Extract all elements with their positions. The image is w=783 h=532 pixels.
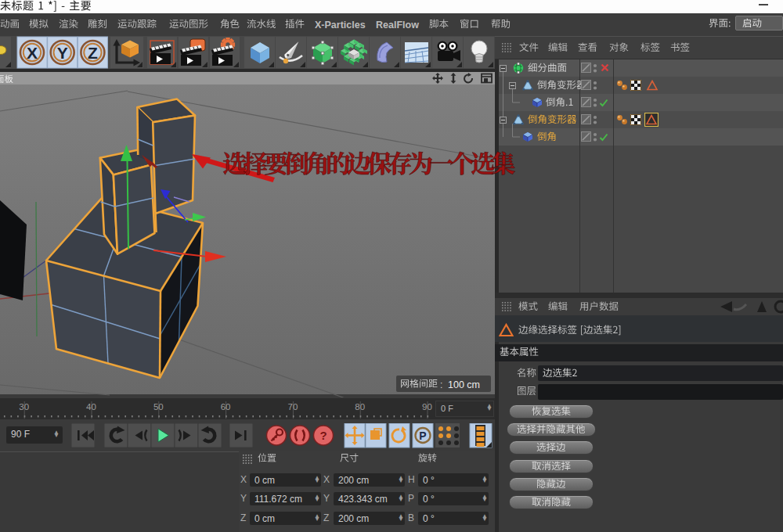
svg-text:50: 50 — [153, 402, 164, 412]
svg-text:P: P — [419, 430, 426, 442]
svg-text:Y: Y — [57, 44, 68, 62]
svg-text:60: 60 — [221, 402, 231, 412]
svg-text:?: ? — [319, 429, 327, 442]
svg-text:Z: Z — [88, 44, 98, 62]
svg-text:80: 80 — [355, 402, 365, 412]
svg-text:40: 40 — [86, 402, 96, 412]
svg-text:X: X — [27, 44, 38, 62]
svg-text:90: 90 — [422, 402, 432, 412]
svg-text:70: 70 — [288, 402, 298, 412]
svg-text:30: 30 — [19, 402, 29, 412]
